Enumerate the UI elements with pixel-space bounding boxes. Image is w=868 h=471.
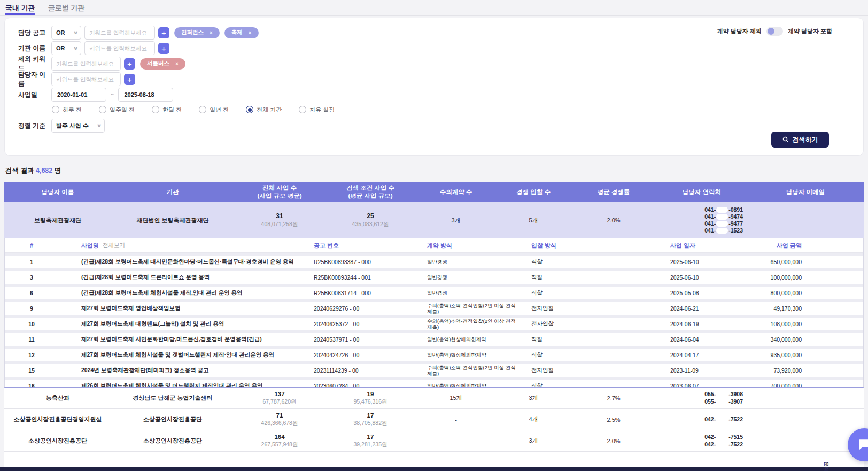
avg-competition-rate: 2.0% — [571, 430, 656, 451]
date-range-option[interactable]: 일주일 전 — [99, 106, 135, 114]
date-range-option[interactable]: 일년 전 — [199, 106, 229, 114]
add-keyword-button[interactable]: + — [158, 27, 169, 38]
table-row[interactable]: 소상공인시장진흥공단경영지원실 소상공인시장진흥공단 71 426,366,67… — [4, 409, 864, 430]
add-keyword-button[interactable]: + — [124, 74, 135, 85]
operator-select[interactable]: OR ∨ — [51, 26, 81, 40]
keyword-input[interactable] — [51, 57, 121, 71]
project-bid-method: 전자입찰 — [518, 364, 603, 377]
add-keyword-button[interactable]: + — [158, 43, 169, 54]
header-line1: 담당자 연락처 — [683, 188, 721, 196]
close-icon[interactable]: × — [249, 30, 252, 36]
date-range-option[interactable]: 전체 기간 — [246, 106, 282, 114]
keyword-input[interactable] — [84, 41, 155, 55]
phone-prefix: 042- — [704, 441, 716, 447]
private-contract-count: 3개 — [416, 202, 496, 238]
project-row[interactable]: 16 제26회 보령머드축제 체험시설물 및 머드챌린지 제작임대 관리 운영 … — [5, 380, 863, 387]
table-row[interactable]: 소상공인시장진흥공단 소상공인시장진흥공단 164 267,557,948원 1… — [4, 430, 864, 452]
contact-phones: 041--0891 041--9474 041--9477 041--1523 — [656, 202, 747, 238]
col-no: # — [5, 238, 58, 252]
contact-phones: 042--7515 042--7522 — [656, 430, 747, 451]
phone-line: 041--9477 — [704, 220, 743, 227]
keyword-input[interactable] — [84, 26, 155, 40]
cond-count: 19 — [367, 391, 374, 397]
search-button[interactable]: 검색하기 — [771, 132, 829, 148]
cond-avg: 38,705,882원 — [353, 420, 387, 427]
phone-prefix: 055- — [704, 391, 716, 397]
date-to-input[interactable] — [118, 88, 173, 102]
view-all-link[interactable]: 전체보기 — [103, 242, 125, 249]
project-bid-method: 직찰 — [518, 380, 603, 387]
project-bid-method: 직찰 — [518, 287, 603, 299]
tab-global-institutions[interactable]: 글로벌 기관 — [48, 3, 85, 15]
date-range-option[interactable]: 하루 전 — [52, 106, 82, 114]
cond-avg: 95,476,316원 — [353, 398, 387, 406]
phone-line: 041--0891 — [704, 206, 743, 213]
toggle-left-label: 계약 담당자 제외 — [717, 27, 762, 35]
radio-icon[interactable] — [246, 106, 253, 113]
table-row[interactable]: 농축산과 경상남도 남해군 농업기술센터 137 67,787,620원 19 … — [4, 388, 864, 409]
radio-icon[interactable] — [52, 106, 59, 113]
close-icon[interactable]: × — [175, 61, 179, 67]
project-contract-method: 일반경쟁 — [390, 256, 518, 268]
toggle-knob[interactable] — [768, 28, 774, 35]
keyword-tag: 셔틀버스 × — [140, 58, 185, 70]
project-row[interactable]: 11 제27회 보령머드축제 시민문화한마당,머드몹신,경호경비 운영용역(긴급… — [5, 333, 863, 346]
project-no: 3 — [5, 271, 58, 284]
search-filter-panel: 담당 공고 OR ∨ + 컨퍼런스 × 축제 × 기관 이름 OR ∨ + 제외 — [4, 18, 864, 156]
header-line2: (평균 사업 규모) — [348, 192, 392, 200]
table-header-row: 담당자 이름 기관 전체 사업 수 (사업 규모 평균) 검색 조건 사업 수 … — [4, 182, 864, 202]
project-row[interactable]: 1 (긴급)제28회 보령머드축제 대시민문화한마당·머드몹신·특설무대·경호경… — [5, 256, 863, 268]
phone-line: 055--3907 — [704, 398, 743, 405]
filter-label: 사업일 — [18, 90, 51, 99]
date-from-input[interactable] — [51, 88, 106, 102]
project-no: 15 — [5, 364, 58, 377]
tab-domestic-institutions[interactable]: 국내 기관 — [5, 3, 35, 15]
radio-icon[interactable] — [199, 106, 206, 113]
header-line1: 담당자 이메일 — [786, 188, 825, 196]
table-header-cell: 기관 — [111, 182, 234, 202]
date-range-option[interactable]: 자유 설정 — [299, 106, 335, 114]
project-row[interactable]: 15 2024년 보령축제관광재단(테마파크) 청소용역 공고 20231114… — [5, 364, 863, 377]
keyword-input[interactable] — [51, 72, 121, 86]
project-name-label: 사업명 — [81, 242, 99, 250]
competitive-bid-count: 3개 — [496, 388, 571, 408]
radio-icon[interactable] — [299, 106, 306, 113]
radio-icon[interactable] — [99, 106, 106, 113]
project-row[interactable]: 10 제27회 보령머드축제 대형텐트(그늘막) 설치 및 관리 용역 2024… — [5, 318, 863, 330]
results-suffix: 명 — [55, 167, 61, 174]
table-header-cell: 전체 사업 수 (사업 규모 평균) — [234, 182, 325, 202]
close-icon[interactable]: × — [210, 30, 213, 36]
radio-icon[interactable] — [152, 106, 159, 113]
project-contract-method: 일반(총액)협상에의한계약 — [390, 349, 518, 361]
project-notice-no: R25BK00893387 - 000 — [293, 256, 390, 268]
phone-prefix: 042- — [704, 434, 716, 440]
phone-suffix: -9477 — [728, 220, 743, 227]
phone-suffix: -7522 — [728, 416, 743, 422]
featured-row[interactable]: 보령축제관광재단 재단법인 보령축제관광재단 31 408,071,258원 2… — [4, 202, 864, 238]
add-keyword-button[interactable]: + — [124, 58, 135, 70]
operator-select[interactable]: OR ∨ — [51, 41, 81, 55]
filter-label: 정렬 기준 — [18, 121, 51, 130]
project-notice-no: 20240629276 - 00 — [293, 302, 390, 315]
table-header-cell: 담당자 이메일 — [747, 182, 864, 202]
project-row[interactable]: 9 제27회 보령머드축제 영업배상책임보험 20240629276 - 00 … — [5, 302, 863, 315]
sort-select[interactable]: 발주 사업 수 ∨ — [51, 119, 105, 133]
project-date: 2024-06-21 — [603, 302, 742, 315]
project-row[interactable]: 6 (긴급)제28회 보령머드축제 체험시설물 제작,임대 관리 운영 용역 R… — [5, 287, 863, 299]
project-name: 제27회 보령머드축제 시민문화한마당,머드몹신,경호경비 운영용역(긴급) — [58, 333, 293, 346]
bottom-scrollbar[interactable] — [0, 467, 868, 471]
phone-suffix: -1523 — [728, 227, 743, 234]
contract-manager-toggle[interactable] — [766, 27, 783, 36]
project-header-row: # 사업명 전체보기 공고 번호 계약 방식 입찰 방식 사업 일자 사업 금액 — [5, 238, 863, 253]
cond-count: 25 — [367, 212, 374, 220]
project-row[interactable]: 3 (긴급)제28회 보령머드축제 드론라이트쇼 운영 용역 R25BK0089… — [5, 271, 863, 284]
phone-prefix: 041- — [704, 213, 716, 220]
project-rows: 1 (긴급)제28회 보령머드축제 대시민문화한마당·머드몹신·특설무대·경호경… — [5, 253, 863, 387]
total-avg: 267,557,948원 — [261, 441, 298, 449]
project-row[interactable]: 12 제27회 보령머드축제 체험시설물 및 갯벌머드챌린지 제작·임대 관리운… — [5, 349, 863, 361]
phone-suffix: -0891 — [728, 206, 743, 213]
date-range-option[interactable]: 한달 전 — [152, 106, 182, 114]
redaction-blob — [716, 399, 728, 405]
phone-suffix: -7515 — [728, 434, 743, 440]
phone-prefix: 042- — [704, 416, 716, 422]
